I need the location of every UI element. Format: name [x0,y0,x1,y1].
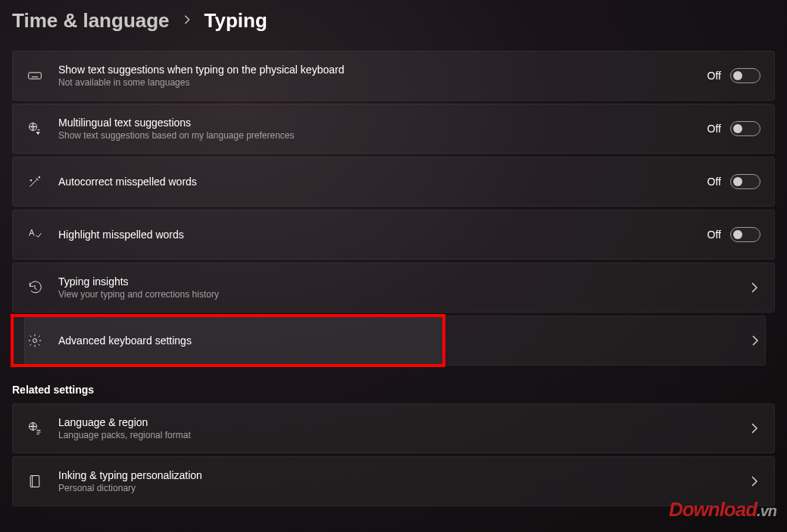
row-title: Advanced keyboard settings [58,334,429,347]
row-title: Typing insights [58,275,733,288]
svg-point-8 [30,180,32,182]
chevron-right-icon [182,13,192,29]
chevron-right-icon [748,282,760,294]
breadcrumb-parent[interactable]: Time & language [12,9,170,33]
watermark-main: Download [669,498,757,521]
row-language-region[interactable]: Language & region Language packs, region… [12,403,775,453]
row-autocorrect[interactable]: Autocorrect misspelled words Off [12,157,775,207]
chevron-right-icon [749,334,761,347]
svg-rect-11 [30,476,39,487]
globe-language-icon [27,120,43,137]
toggle-state-label: Off [707,176,721,188]
history-icon [27,279,43,296]
wand-icon [27,173,43,190]
breadcrumb: Time & language Typing [12,9,775,33]
watermark: Download.vn [669,498,776,521]
row-title: Autocorrect misspelled words [58,176,692,188]
row-subtitle: Show text suggestions based on my langua… [58,130,692,141]
svg-point-9 [33,339,37,343]
toggle-multilingual[interactable] [730,121,760,136]
chevron-right-icon [748,422,760,434]
gear-icon [27,332,43,349]
svg-point-7 [39,176,40,178]
keyboard-icon [27,67,43,84]
row-multilingual-suggestions[interactable]: Multilingual text suggestions Show text … [12,104,775,154]
spellcheck-icon [27,226,43,243]
row-inking-typing-personalization[interactable]: Inking & typing personalization Personal… [12,456,775,506]
row-title: Multilingual text suggestions [58,117,692,129]
watermark-suffix: .vn [757,502,776,519]
chevron-right-icon [748,475,760,487]
row-subtitle: Personal dictionary [58,483,733,493]
row-text-suggestions[interactable]: Show text suggestions when typing on the… [12,51,775,101]
svg-rect-0 [29,73,42,79]
toggle-state-label: Off [707,229,721,241]
row-subtitle: Not available in some languages [58,77,692,88]
row-subtitle: View your typing and corrections history [58,289,733,300]
row-title: Inking & typing personalization [58,469,733,481]
row-title: Language & region [58,416,733,428]
row-title: Highlight misspelled words [58,229,692,241]
page-title: Typing [205,9,267,33]
related-settings-header: Related settings [12,384,775,396]
toggle-state-label: Off [707,70,721,82]
toggle-autocorrect[interactable] [730,174,760,189]
toggle-text-suggestions[interactable] [730,68,760,83]
globe-region-icon [27,420,43,437]
row-highlight-misspelled[interactable]: Highlight misspelled words Off [12,210,775,260]
row-title: Show text suggestions when typing on the… [58,64,692,76]
toggle-highlight-misspelled[interactable] [730,227,760,242]
row-typing-insights[interactable]: Typing insights View your typing and cor… [12,263,775,313]
row-advanced-keyboard-settings[interactable]: Advanced keyboard settings [12,316,444,366]
toggle-state-label: Off [707,123,721,135]
dictionary-icon [27,473,43,490]
row-subtitle: Language packs, regional format [58,430,733,440]
